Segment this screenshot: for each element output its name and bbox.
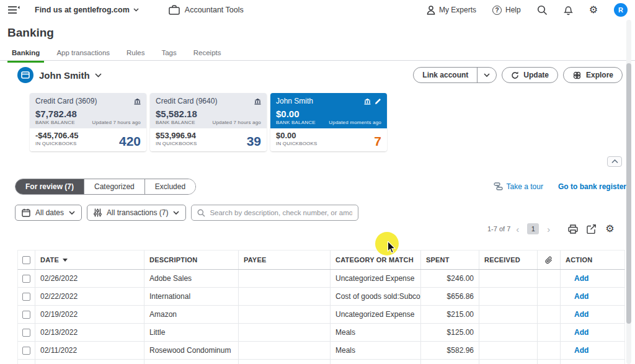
cell-received: [479, 306, 538, 323]
hamburger-menu-icon[interactable]: [7, 6, 20, 14]
next-page-button[interactable]: ›: [541, 224, 556, 234]
add-button[interactable]: Add: [566, 328, 588, 337]
account-card-credit-3609[interactable]: Credit Card (3609) $7,782.48 BANK BALANC…: [30, 93, 146, 151]
transactions-filter-dropdown[interactable]: All transactions (7): [87, 205, 186, 221]
accountant-tools-button[interactable]: Accountant Tools: [169, 5, 244, 15]
printer-icon: [568, 224, 578, 234]
tab-excluded[interactable]: Excluded: [144, 179, 195, 194]
cell-spent: $656.86: [421, 288, 479, 305]
header-spent[interactable]: SPENT: [421, 251, 479, 269]
print-button[interactable]: [568, 224, 578, 234]
table-row[interactable]: 02/11/2022 Rosewood Condominum Meals $58…: [17, 342, 625, 360]
search-input[interactable]: [210, 209, 352, 216]
account-card-john-smith[interactable]: John Smith $0.00 BANK BALANCE Updated mo…: [270, 93, 387, 151]
add-button[interactable]: Add: [566, 310, 588, 319]
bell-icon: [564, 5, 573, 16]
notifications-button[interactable]: [564, 5, 573, 16]
bank-balance-label: BANK BALANCE: [156, 120, 195, 125]
scrollbar-thumb[interactable]: [626, 63, 631, 324]
pagination-toolbar: 1-7 of 7 ‹ 1 › ⚙: [487, 222, 615, 236]
help-button[interactable]: ? Help: [492, 6, 521, 15]
cell-payee: [239, 306, 331, 323]
company-switcher[interactable]: Find us at gentlefrog.com: [35, 6, 139, 14]
card-title: Credit Card (3609): [35, 97, 97, 105]
tab-for-review[interactable]: For review (7): [16, 179, 84, 194]
cell-description: Adobe Sales: [144, 270, 239, 287]
cell-attachment: [538, 270, 561, 287]
table-row[interactable]: 02/13/2022 Little Meals $125.00 Add: [17, 324, 625, 342]
take-a-tour-link[interactable]: Take a tour: [494, 182, 543, 191]
search-button[interactable]: [537, 5, 548, 16]
bank-icon: [254, 98, 261, 105]
card-title: John Smith: [276, 97, 313, 105]
chevron-down-icon: [484, 73, 490, 78]
table-row[interactable]: 02/22/2022 International Cost of goods s…: [17, 288, 625, 306]
header-payee[interactable]: PAYEE: [239, 251, 331, 269]
row-checkbox[interactable]: [22, 311, 30, 319]
pencil-icon[interactable]: [375, 98, 381, 105]
go-to-bank-register-link[interactable]: Go to bank register: [558, 182, 626, 191]
tabs-divider: [0, 60, 635, 61]
cell-category: Cost of goods sold:Subcontractor -: [331, 288, 421, 305]
cell-payee: [239, 342, 331, 359]
table-settings-button[interactable]: ⚙: [605, 223, 614, 234]
link-account-button[interactable]: Link account: [414, 68, 477, 82]
export-button[interactable]: [587, 224, 597, 234]
quickbooks-label: IN QUICKBOOKS: [276, 141, 318, 146]
cell-date: 02/19/2022: [35, 306, 144, 323]
add-button[interactable]: Add: [566, 346, 588, 355]
row-checkbox[interactable]: [22, 275, 30, 283]
account-selector[interactable]: John Smith: [17, 67, 102, 83]
row-checkbox[interactable]: [22, 329, 30, 337]
date-filter-dropdown[interactable]: All dates: [15, 205, 82, 221]
account-avatar[interactable]: R: [614, 3, 628, 17]
header-attachments[interactable]: [538, 251, 561, 269]
settings-button[interactable]: ⚙: [589, 5, 598, 15]
tour-icon: [494, 182, 503, 191]
link-account-split-button: Link account: [413, 67, 497, 83]
cell-date: 02/22/2022: [35, 288, 144, 305]
explore-button[interactable]: Explore: [563, 67, 623, 83]
cell-spent: $246.00: [421, 270, 479, 287]
review-toolbar: For review (7) Categorized Excluded Take…: [15, 179, 626, 195]
header-date[interactable]: DATE: [35, 251, 144, 269]
header-action: ACTION: [561, 251, 626, 269]
table-header-row: DATE DESCRIPTION PAYEE CATEGORY OR MATCH…: [17, 250, 625, 270]
link-account-dropdown-button[interactable]: [477, 68, 496, 82]
chevron-down-icon: [95, 73, 102, 78]
account-name: John Smith: [39, 70, 102, 81]
chevron-up-icon: [611, 159, 618, 164]
select-all-checkbox[interactable]: [22, 256, 30, 264]
table-row[interactable]: 02/19/2022 Amazon Uncategorized Expense …: [17, 306, 625, 324]
scrollbar[interactable]: [626, 20, 631, 364]
header-received[interactable]: RECEIVED: [479, 251, 538, 269]
prev-page-button[interactable]: ‹: [510, 224, 525, 234]
page-number[interactable]: 1: [527, 223, 539, 234]
bank-balance: $0.00: [276, 109, 381, 119]
add-button[interactable]: Add: [566, 274, 588, 283]
bank-account-icon: [17, 67, 33, 83]
my-experts-button[interactable]: My Experts: [427, 6, 476, 15]
cell-attachment: [538, 306, 561, 323]
transaction-search: [191, 205, 358, 221]
cell-attachment: [538, 342, 561, 359]
cell-spent: $582.96: [421, 342, 479, 359]
update-button[interactable]: Update: [502, 67, 558, 83]
collapse-cards-button[interactable]: [607, 156, 622, 167]
row-checkbox[interactable]: [22, 293, 30, 301]
account-card-credit-9640[interactable]: Credit Card (9640) $5,582.18 BANK BALANC…: [150, 93, 267, 151]
row-checkbox[interactable]: [22, 347, 30, 355]
gear-icon: ⚙: [605, 223, 614, 234]
header-description[interactable]: DESCRIPTION: [144, 251, 239, 269]
tab-categorized[interactable]: Categorized: [84, 179, 144, 194]
quickbooks-balance: $53,996.94: [156, 131, 197, 140]
explore-icon: [572, 71, 582, 80]
add-button[interactable]: Add: [566, 292, 588, 301]
review-segmented-control: For review (7) Categorized Excluded: [15, 179, 196, 195]
updated-timestamp: Updated 7 hours ago: [92, 120, 141, 125]
table-row[interactable]: 02/26/2022 Adobe Sales Uncategorized Exp…: [17, 270, 625, 288]
cell-spent: $125.00: [421, 324, 479, 341]
help-label: Help: [505, 6, 521, 14]
avatar: R: [614, 3, 628, 17]
header-category[interactable]: CATEGORY OR MATCH: [331, 251, 421, 269]
